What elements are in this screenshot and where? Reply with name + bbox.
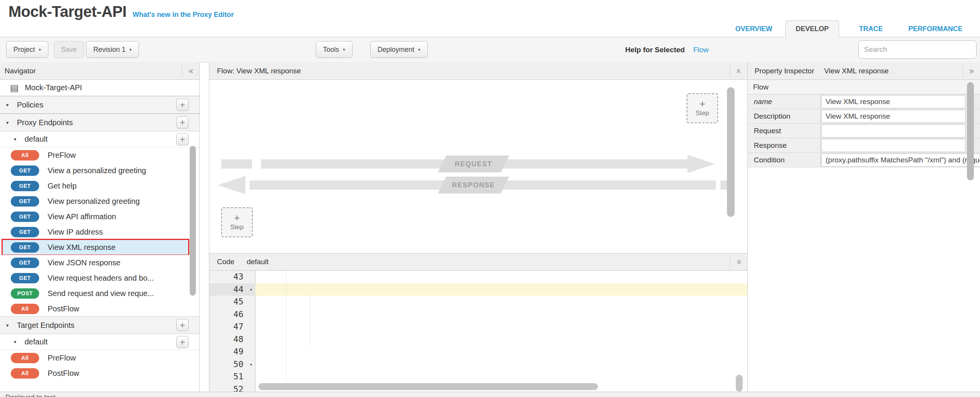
code-line-content[interactable]: <Description>View JSON response</Descrip…: [255, 371, 747, 383]
code-line-content[interactable]: </Flow>: [255, 271, 747, 283]
deployment-menu-button[interactable]: Deployment ▾: [370, 41, 428, 58]
navigator-row-label: View JSON response: [48, 258, 121, 267]
indent-guide: [286, 271, 286, 386]
navigator-row[interactable]: All PreFlow: [0, 350, 199, 366]
code-line-content[interactable]: </Flow>: [255, 346, 747, 358]
code-panel-endpoint-name: default: [247, 258, 268, 266]
navigator-row[interactable]: GET View a personalized greeting: [0, 163, 199, 178]
help-wrap: Help for Selected Flow: [625, 37, 709, 62]
navigator-row[interactable]: GET Get help: [0, 178, 199, 194]
add-button[interactable]: +: [176, 133, 189, 146]
code-horizontal-scrollbar[interactable]: [258, 383, 598, 390]
collapse-navigator-button[interactable]: «: [182, 65, 199, 77]
line-number-cell: 47: [209, 321, 255, 333]
code-line-content[interactable]: <Request/>: [255, 308, 747, 321]
caret-down-icon[interactable]: ▾: [6, 120, 12, 126]
navigator-row[interactable]: All PostFlow: [0, 301, 199, 316]
method-badge: All: [11, 353, 39, 363]
title-wrap: Mock-Target-API What's new in the Proxy …: [8, 3, 234, 20]
navigator-row[interactable]: GET View API affirmation: [0, 209, 199, 224]
add-button[interactable]: +: [176, 336, 189, 348]
code-line[interactable]: 43 </Flow>: [209, 271, 747, 283]
fold-arrow-icon[interactable]: ▾: [250, 283, 253, 296]
property-value-field[interactable]: [821, 139, 965, 152]
navigator-row[interactable]: GET View XML response: [0, 240, 199, 255]
property-value-cell: (proxy.pathsuffix MatchesPath "/xml") an…: [821, 153, 980, 167]
flow-canvas-scrollbar[interactable]: [727, 87, 735, 217]
method-badge: GET: [11, 212, 39, 222]
navigator-row-label: Target Endpoints: [17, 321, 74, 330]
property-inspector-title: Property Inspector: [755, 67, 814, 75]
collapse-flow-panel-button[interactable]: «: [730, 65, 747, 77]
code-line[interactable]: 50 ▾ <Flow name="View JSON response">: [209, 358, 747, 371]
code-panel-header: Code default «: [209, 253, 747, 271]
code-line[interactable]: 47 <Response/>: [209, 321, 747, 333]
navigator-row[interactable]: POST Send request and view reque...: [0, 286, 199, 301]
navigator-scrollbar[interactable]: [190, 146, 196, 296]
add-button[interactable]: +: [176, 116, 189, 129]
method-badge: GET: [11, 273, 39, 283]
caret-down-icon[interactable]: ▾: [6, 102, 12, 108]
property-value-field[interactable]: View XML response: [821, 110, 965, 123]
navigator-row[interactable]: ▾ default +: [0, 131, 199, 147]
navigator-row[interactable]: ▾ Proxy Endpoints +: [0, 114, 199, 131]
property-value-field[interactable]: View XML response: [821, 95, 965, 108]
add-step-label: Step: [696, 109, 709, 117]
search-input[interactable]: [858, 40, 977, 59]
property-value-field[interactable]: (proxy.pathsuffix MatchesPath "/xml") an…: [821, 154, 980, 167]
revision-menu-button[interactable]: Revision 1 ▾: [86, 41, 139, 58]
add-button[interactable]: +: [176, 99, 189, 111]
navigator-row[interactable]: GET View IP address: [0, 224, 199, 240]
code-line[interactable]: 51 <Description>View JSON response</Desc…: [209, 371, 747, 383]
tab-develop[interactable]: DEVELOP: [785, 20, 839, 37]
navigator-row[interactable]: ▤ Mock-Target-API: [0, 80, 199, 96]
project-menu-button[interactable]: Project ▾: [6, 41, 48, 58]
save-button[interactable]: Save: [54, 41, 84, 58]
flow-panel-title: Flow: View XML response: [217, 67, 301, 75]
code-line-content[interactable]: <Response/>: [255, 321, 747, 333]
navigator-row[interactable]: All PostFlow: [0, 366, 199, 381]
expand-inspector-button[interactable]: »: [963, 65, 980, 77]
code-line[interactable]: 48 <Condition>(proxy.pathsuffix MatchesP…: [209, 333, 747, 346]
help-flow-link[interactable]: Flow: [693, 46, 709, 54]
navigator-row[interactable]: All PreFlow: [0, 147, 199, 163]
method-badge: GET: [11, 196, 39, 207]
code-line-content[interactable]: <Flow name="View XML response">: [255, 283, 747, 296]
code-line-content[interactable]: <Condition>(proxy.pathsuffix MatchesPath…: [255, 333, 747, 346]
add-step-label: Step: [230, 223, 244, 231]
code-line-content[interactable]: <Description>View XML response</Descript…: [255, 296, 747, 308]
plus-icon: +: [699, 99, 705, 108]
code-vertical-scrollbar[interactable]: [736, 375, 743, 392]
navigator-row-label: Mock-Target-API: [25, 83, 82, 92]
navigator-row[interactable]: ▾ Policies +: [0, 96, 199, 114]
navigator-row[interactable]: GET View request headers and bo...: [0, 270, 199, 286]
flow-diagram-canvas[interactable]: + Step + Step REQUEST RESPONSE: [209, 80, 747, 253]
code-editor[interactable]: 43 </Flow> 44 ▾ <Flo: [209, 271, 747, 392]
navigator-row[interactable]: GET View JSON response: [0, 255, 199, 270]
navigator-row[interactable]: GET View personalized greeting: [0, 194, 199, 209]
inspector-scrollbar[interactable]: [967, 82, 974, 180]
code-line[interactable]: 46 <Request/>: [209, 308, 747, 321]
property-value-field[interactable]: [821, 124, 965, 137]
tools-menu-button[interactable]: Tools ▾: [316, 41, 353, 58]
add-step-button-response[interactable]: + Step: [687, 93, 718, 123]
code-line-content[interactable]: <Flow name="View JSON response">: [255, 358, 747, 371]
fold-arrow-icon[interactable]: ▾: [250, 358, 253, 371]
add-button[interactable]: +: [176, 319, 189, 331]
code-line[interactable]: 49 </Flow>: [209, 346, 747, 358]
navigator-row[interactable]: ▾ Target Endpoints +: [0, 316, 199, 334]
caret-down-icon[interactable]: ▾: [6, 323, 12, 328]
tab-trace[interactable]: TRACE: [856, 21, 886, 37]
whats-new-link[interactable]: What's new in the Proxy Editor: [132, 11, 233, 19]
caret-down-icon[interactable]: ▾: [14, 136, 19, 142]
chevron-down-icon: ▾: [39, 47, 41, 52]
collapse-code-panel-button[interactable]: «: [730, 256, 747, 268]
add-step-button-request[interactable]: + Step: [221, 207, 253, 237]
tab-performance[interactable]: PERFORMANCE: [902, 21, 968, 37]
request-arrow-stub: [221, 159, 252, 169]
tab-overview[interactable]: OVERVIEW: [729, 21, 779, 37]
code-line[interactable]: 45 <Description>View XML response</Descr…: [209, 296, 747, 308]
navigator-row[interactable]: ▾ default +: [0, 334, 199, 350]
caret-down-icon[interactable]: ▾: [14, 339, 19, 345]
code-line[interactable]: 44 ▾ <Flow name="View XML response">: [209, 283, 747, 296]
